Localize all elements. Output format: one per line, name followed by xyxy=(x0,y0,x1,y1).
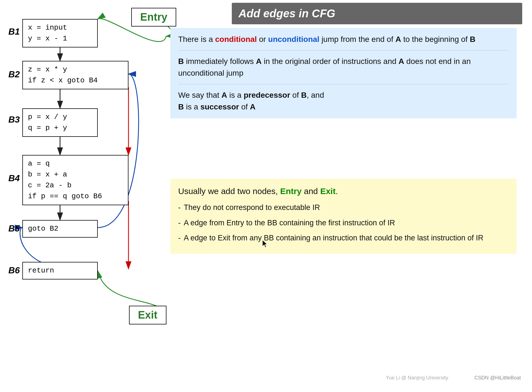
b3-label: B3 xyxy=(8,114,20,125)
text-A3: A xyxy=(399,57,404,66)
blue-panel-item-3: We say that A is a predecessor of B, and… xyxy=(178,89,509,113)
cursor xyxy=(263,240,268,246)
text-B4: B xyxy=(178,102,184,111)
watermark-csdn: CSDN @HiLittleBoat xyxy=(474,375,521,381)
yellow-panel: Usually we add two nodes, Entry and Exit… xyxy=(170,179,517,254)
blue-panel: There is a conditional or unconditional … xyxy=(170,28,517,118)
text-B3: B xyxy=(301,91,307,99)
b2-box: z = x * y if z < x goto B4 xyxy=(22,61,128,89)
b6-line1: return xyxy=(28,265,92,276)
b2-line1: z = x * y xyxy=(28,64,123,75)
b6-label: B6 xyxy=(8,265,20,276)
b6-box: return xyxy=(22,262,98,279)
yellow-item-3: A edge to Exit from any BB containing an… xyxy=(178,232,509,244)
blue-panel-item-2: B immediately follows A in the original … xyxy=(178,56,509,84)
text-B2: B xyxy=(178,57,184,66)
b3-line2: q = p + y xyxy=(28,123,92,133)
b4-line3: c = 2a - b xyxy=(28,180,123,191)
header-title: Add edges in CFG xyxy=(238,7,335,20)
b2-line2: if z < x goto B4 xyxy=(28,75,123,86)
b4-box: a = q b = x + a c = 2a - b if p == q got… xyxy=(22,155,128,205)
entry-label: Entry xyxy=(140,11,167,23)
right-panel: Add edges in CFG There is a conditional … xyxy=(165,0,522,392)
b3-line1: p = x / y xyxy=(28,112,92,123)
b4-line4: if p == q goto B6 xyxy=(28,191,123,202)
text-A1: A xyxy=(395,35,401,44)
b5-box: goto B2 xyxy=(22,220,98,238)
yellow-panel-title: Usually we add two nodes, Entry and Exit… xyxy=(178,185,509,197)
text-A5: A xyxy=(250,102,256,111)
yellow-item-1: They do not correspond to executable IR xyxy=(178,202,509,213)
text-predecessor: predecessor xyxy=(244,91,290,99)
text-successor: successor xyxy=(200,102,239,111)
b4-label: B4 xyxy=(8,173,20,183)
watermark-university: Yue Li @ Nanjing University xyxy=(386,375,448,381)
b3-box: p = x / y q = p + y xyxy=(22,108,98,137)
yellow-item-2: A edge from Entry to the BB containing t… xyxy=(178,217,509,229)
text-A4: A xyxy=(221,91,227,99)
exit-box: Exit xyxy=(129,306,166,324)
cfg-area: Entry B1 x = input y = x - 1 B2 z = x * … xyxy=(0,0,156,392)
b2-label: B2 xyxy=(8,69,20,80)
b4-line1: a = q xyxy=(28,158,123,169)
b5-label: B5 xyxy=(8,223,20,234)
text-entry-ref: Entry xyxy=(280,187,302,196)
b1-label: B1 xyxy=(8,27,20,37)
text-exit-ref: Exit xyxy=(320,187,336,196)
b5-line1: goto B2 xyxy=(28,223,92,234)
exit-label: Exit xyxy=(138,309,158,321)
header-bar: Add edges in CFG xyxy=(232,3,522,24)
b1-line2: y = x - 1 xyxy=(28,33,92,44)
text-conditional: conditional xyxy=(215,35,257,44)
text-unconditional: unconditional xyxy=(268,35,319,44)
b4-line2: b = x + a xyxy=(28,169,123,180)
b1-box: x = input y = x - 1 xyxy=(22,19,98,47)
text-B1: B xyxy=(470,35,475,44)
svg-marker-4 xyxy=(263,240,267,247)
b1-line1: x = input xyxy=(28,22,92,33)
text-A2: A xyxy=(256,57,262,66)
blue-panel-item-1: There is a conditional or unconditional … xyxy=(178,34,509,51)
